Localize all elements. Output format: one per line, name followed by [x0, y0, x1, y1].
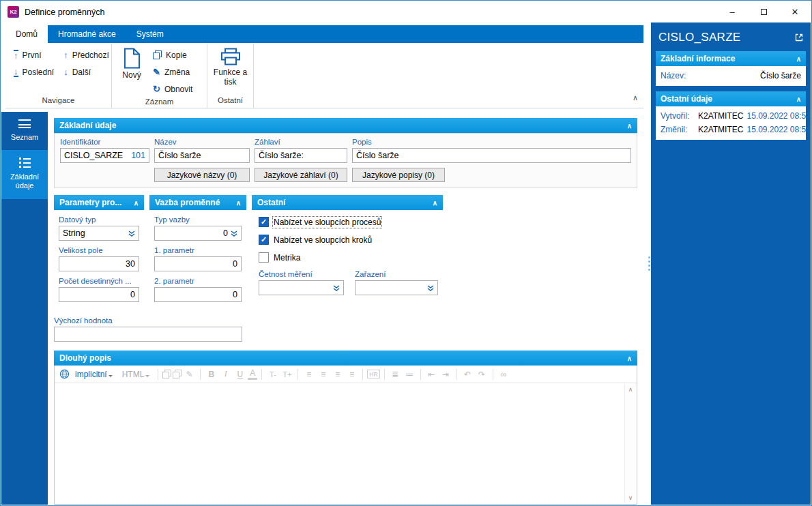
italic-icon[interactable]: I	[219, 368, 232, 381]
velikost-pole-input[interactable]: 30	[59, 256, 139, 271]
long-description-textarea[interactable]: ∧ ∨	[55, 383, 637, 504]
align-right-icon[interactable]: ≡	[331, 368, 344, 381]
parametr2-input[interactable]: 0	[154, 287, 242, 302]
nazev-input[interactable]: Číslo šarže	[154, 148, 250, 163]
ribbon-group-navigace: ↑ První ↓ Poslední ↑ Předchozí	[5, 43, 112, 108]
bullet-list-icon[interactable]: ≔	[403, 368, 416, 381]
printer-icon	[220, 48, 241, 66]
functions-print-button[interactable]: Funkce a tisk	[212, 46, 250, 96]
scroll-down-icon[interactable]: ∨	[628, 494, 633, 501]
minimize-button[interactable]: –	[716, 1, 748, 23]
combo-dropdown-icon[interactable]	[333, 285, 340, 291]
collapse-ribbon-button[interactable]: ∧	[633, 93, 638, 102]
vychozi-hodnota-input[interactable]	[54, 327, 242, 342]
new-button[interactable]: Nový	[115, 46, 148, 98]
panel-header-parametry[interactable]: Parametry pro... ∧	[54, 195, 144, 210]
panel-title: Vazba proměnné	[155, 198, 220, 207]
copy-button[interactable]: Kopie	[148, 46, 197, 63]
jazykove-zahlavi-button[interactable]: Jazykové záhlaví (0)	[255, 168, 347, 182]
panel-header-dlouhy-popis[interactable]: Dlouhý popis ∧	[54, 351, 637, 366]
sidebar-item-zakladni-udaje[interactable]: Základní údaje	[1, 150, 48, 198]
panel-header-vazba[interactable]: Vazba proměnné ∧	[149, 195, 246, 210]
hr-icon[interactable]: HR	[367, 370, 379, 378]
font-color-icon[interactable]: A	[248, 369, 257, 380]
combo-dropdown-icon[interactable]	[231, 230, 237, 237]
combo-dropdown-icon[interactable]	[427, 285, 434, 291]
undo-icon[interactable]: ↶	[461, 368, 474, 381]
edit-icon[interactable]: ✎	[183, 368, 196, 381]
typ-vazby-combo[interactable]: 0	[154, 226, 242, 241]
language-select[interactable]: implicitní	[75, 370, 113, 379]
chevron-up-icon[interactable]: ∧	[627, 355, 632, 362]
font-decrease-icon[interactable]: T-	[266, 368, 279, 381]
checkbox-label[interactable]: Nabízet ve sloupcích procesů	[274, 218, 381, 227]
first-record-button[interactable]: ↑ První	[9, 46, 59, 63]
section-title: Ostatní údaje	[661, 94, 712, 104]
checkbox-metrika[interactable]	[259, 252, 269, 263]
redo-icon[interactable]: ↷	[476, 368, 489, 381]
bold-icon[interactable]: B	[205, 368, 218, 381]
chevron-up-icon[interactable]: ∧	[796, 95, 801, 103]
zarazeni-combo[interactable]	[355, 280, 438, 295]
last-record-icon: ↓	[14, 67, 18, 77]
window-controls: – ✕	[716, 1, 811, 23]
detail-row-vytvoril: Vytvořil: K2ATMITEC 15.09.2022 08:53:31	[661, 109, 801, 123]
tab-domu[interactable]: Domů	[5, 25, 48, 43]
maximize-button[interactable]	[748, 1, 779, 23]
pocet-desetinnych-input[interactable]: 0	[59, 287, 139, 302]
field-zahlavi: Záhlaví Číslo šarže:	[255, 138, 347, 163]
checkbox-nabizet-kroku[interactable]	[259, 235, 269, 245]
scroll-up-icon[interactable]: ∧	[628, 386, 633, 393]
html-mode-select[interactable]: HTML	[122, 370, 150, 379]
chevron-up-icon[interactable]: ∧	[236, 199, 241, 207]
editor-scrollbar[interactable]: ∧ ∨	[624, 384, 636, 503]
numbered-list-icon[interactable]: ≣	[389, 368, 402, 381]
input-value: Číslo šarže	[158, 151, 201, 160]
underline-icon[interactable]: U	[233, 368, 246, 381]
last-record-button[interactable]: ↓ Poslední	[9, 63, 59, 80]
datovy-typ-combo[interactable]: String	[59, 226, 139, 241]
section-header-ostatni-udaje[interactable]: Ostatní údaje ∧	[656, 91, 806, 106]
checkbox-nabizet-procesu[interactable]	[259, 217, 269, 227]
change-button[interactable]: ✎ Změna	[148, 63, 197, 80]
align-center-icon[interactable]: ≡	[317, 368, 330, 381]
zahlavi-input[interactable]: Číslo šarže:	[255, 148, 347, 163]
previous-record-button[interactable]: ↑ Předchozí	[59, 46, 114, 63]
parametr1-input[interactable]: 0	[154, 256, 242, 271]
outdent-icon[interactable]: ⇤	[425, 368, 438, 381]
minimize-icon: –	[729, 7, 734, 17]
jazykove-popisy-button[interactable]: Jazykové popisy (0)	[352, 168, 445, 182]
indent-icon[interactable]: ⇥	[439, 368, 452, 381]
cetnost-mereni-combo[interactable]	[259, 280, 344, 295]
panel-vazba-promenne: Vazba proměnné ∧ Typ vazby 0	[149, 195, 246, 308]
refresh-button[interactable]: ↻ Obnovit	[148, 80, 197, 98]
close-button[interactable]: ✕	[779, 1, 811, 23]
tab-system[interactable]: Systém	[126, 25, 174, 43]
identifikator-input[interactable]: CISLO_SARZE 101	[60, 148, 149, 163]
chevron-up-icon[interactable]: ∧	[627, 122, 632, 130]
next-record-button[interactable]: ↓ Další	[59, 63, 114, 80]
checkbox-label[interactable]: Nabízet ve sloupcích kroků	[274, 235, 372, 245]
link-icon[interactable]: ∞	[497, 368, 510, 381]
panel-header-zakladni-udaje[interactable]: Základní údaje ∧	[54, 118, 637, 133]
chevron-up-icon[interactable]: ∧	[796, 55, 801, 63]
chevron-up-icon[interactable]: ∧	[134, 199, 139, 207]
sidebar-item-seznam[interactable]: Seznam	[1, 112, 48, 150]
open-in-window-icon[interactable]	[794, 33, 804, 42]
section-zakladni-informace: Základní informace ∧ Název: Číslo šarže	[656, 51, 806, 86]
popis-input[interactable]: Číslo šarže	[352, 148, 631, 163]
align-left-icon[interactable]: ≡	[302, 368, 315, 381]
copy-icon[interactable]	[162, 370, 171, 378]
button-label: Obnovit	[164, 85, 192, 94]
tab-hromadne-akce[interactable]: Hromadné akce	[48, 25, 126, 43]
paste-icon[interactable]	[173, 370, 182, 378]
checkbox-label[interactable]: Metrika	[274, 253, 300, 263]
align-justify-icon[interactable]: ≡	[345, 368, 358, 381]
panel-header-ostatni[interactable]: Ostatní ∧	[252, 195, 443, 210]
font-increase-icon[interactable]: T+	[280, 368, 293, 381]
section-header-zakladni-informace[interactable]: Základní informace ∧	[656, 51, 806, 66]
chevron-up-icon[interactable]: ∧	[433, 199, 437, 207]
combo-dropdown-icon[interactable]	[128, 230, 135, 237]
toolbar-separator	[493, 369, 493, 380]
jazykove-nazvy-button[interactable]: Jazykové názvy (0)	[154, 168, 250, 182]
